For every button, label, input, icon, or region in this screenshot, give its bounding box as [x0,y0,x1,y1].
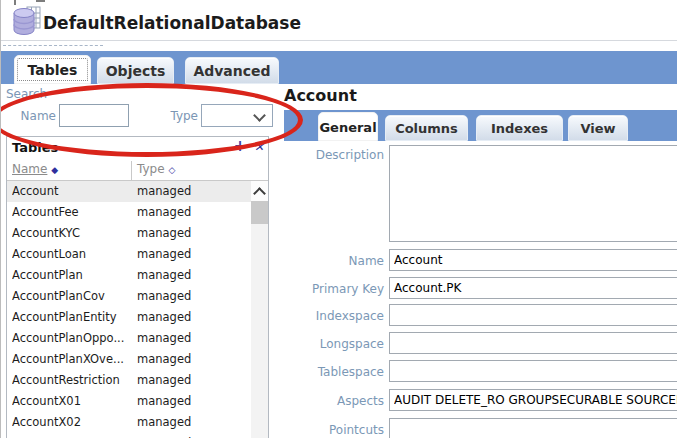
pointcuts-field[interactable] [389,418,677,438]
search-type-label: Type [141,109,198,123]
tab-columns[interactable]: Columns [385,115,468,141]
name-label: Name [284,254,384,268]
indexspace-label: Indexspace [284,309,384,323]
name-field[interactable] [389,249,677,271]
page-title: DefaultRelationalDatabase [43,13,301,33]
table-row[interactable]: AccountX01 managed [7,391,251,412]
search-name-label: Name [1,109,56,123]
tablespace-field[interactable] [389,360,677,382]
tables-panel-title: Tables [12,140,58,155]
search-section-label: Search [6,87,47,101]
table-row[interactable]: AccountPlan managed [7,265,251,286]
tab-view[interactable]: View [568,115,628,141]
crop-artifact [36,0,45,2]
scrollbar[interactable] [251,181,268,438]
sort-asc-icon: ◆ [51,165,58,175]
column-header-type[interactable]: Type ◇ [137,162,175,176]
sort-icon: ◇ [168,165,175,175]
search-name-input[interactable] [59,104,129,127]
longspace-label: Longspace [284,337,384,351]
table-row[interactable]: AccountPlanOppo... managed [7,328,251,349]
table-column-headers: Name ◆ Type ◇ [7,159,268,181]
table-row[interactable]: AccountPlanXOve... managed [7,349,251,370]
table-row[interactable]: AccountKYC managed [7,223,251,244]
search-type-select[interactable] [201,104,273,127]
table-row[interactable]: Account managed [7,181,251,202]
table-row[interactable]: AccountX02 managed [7,412,251,433]
close-panel-button[interactable]: ✕ [252,140,266,154]
primary-key-label: Primary Key [284,282,384,296]
tablespace-label: Tablespace [284,365,384,379]
scrollbar-thumb[interactable] [251,201,268,224]
table-rows: Account managed AccountFee managed Accou… [7,181,251,438]
description-label: Description [284,148,384,162]
tables-panel: Tables + ✕ Name ◆ Type ◇ Account managed… [6,136,269,438]
focus-dash-line [3,45,103,46]
crop-artifact [14,0,16,5]
table-row[interactable]: AccountFee managed [7,202,251,223]
indexspace-field[interactable] [389,304,677,326]
pointcuts-label: Pointcuts [284,423,384,437]
table-row[interactable]: AccountLoan managed [7,244,251,265]
longspace-field[interactable] [389,332,677,354]
column-divider [131,161,132,180]
table-row[interactable]: AccountPlanEntity managed [7,307,251,328]
chevron-down-icon [253,109,266,122]
tab-advanced[interactable]: Advanced [185,57,279,84]
column-header-name[interactable]: Name ◆ [12,162,58,176]
table-row[interactable]: AccountPlanCov managed [7,286,251,307]
detail-title: Account [284,86,357,105]
database-icon [13,6,41,41]
app-window: DefaultRelationalDatabase Tables Objects… [0,0,677,438]
add-table-button[interactable]: + [232,138,248,154]
table-row[interactable]: AccountRestriction managed [7,370,251,391]
tab-objects[interactable]: Objects [97,57,174,84]
tab-indexes[interactable]: Indexes [476,115,563,141]
scroll-up-icon [253,187,266,200]
table-row[interactable]: AccountX03 managed [7,433,251,438]
primary-key-field[interactable] [389,277,677,299]
description-field[interactable] [389,145,677,242]
scroll-up-button[interactable] [251,181,268,201]
tab-general[interactable]: General [318,112,378,141]
aspects-field[interactable] [389,389,677,411]
tab-tables[interactable]: Tables [14,55,91,84]
aspects-label: Aspects [284,394,384,408]
header-divider [1,40,677,41]
